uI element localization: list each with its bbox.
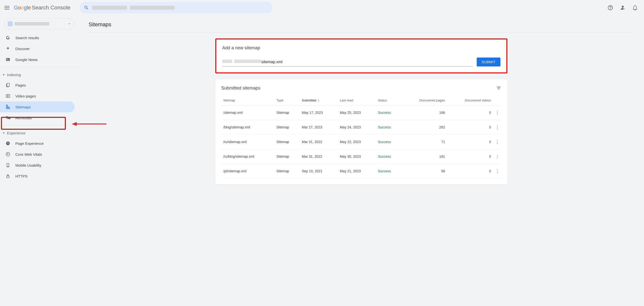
cell-videos: 0	[447, 105, 493, 120]
col-pages[interactable]: Discovered pages	[402, 95, 447, 105]
row-menu-button[interactable]: ⋮	[493, 135, 502, 149]
section-label: Experience	[7, 131, 26, 135]
page-title: Sitemaps	[88, 21, 634, 33]
svg-rect-7	[8, 108, 10, 109]
collapse-icon: ▼	[2, 132, 5, 134]
menu-button[interactable]	[4, 5, 10, 11]
mobile-icon	[6, 163, 10, 168]
sidebar-item-label: Mobile Usability	[15, 163, 41, 167]
sidebar-item-sitemaps[interactable]: Sitemaps	[0, 101, 75, 112]
sidebar-item-google-news[interactable]: Google News	[0, 54, 75, 65]
cell-videos: 0	[447, 164, 493, 179]
cell-sitemap: /ru/blog/sitemap.xml	[221, 149, 274, 164]
notifications-icon[interactable]	[632, 5, 638, 11]
video-icon	[6, 93, 10, 98]
cell-submitted: Mar 31, 2022	[300, 149, 338, 164]
sidebar-section-experience[interactable]: ▼ Experience	[0, 128, 79, 138]
page-experience-icon	[6, 141, 10, 146]
table-row[interactable]: /ru/blog/sitemap.xmlSitemapMar 31, 2022M…	[221, 149, 502, 164]
svg-rect-12	[7, 176, 9, 178]
divider	[0, 67, 79, 67]
cell-status: Success	[376, 149, 402, 164]
divider	[0, 125, 79, 125]
col-last-read[interactable]: Last read	[338, 95, 376, 105]
col-videos[interactable]: Discovered videos	[447, 95, 493, 105]
cell-submitted: May 17, 2023	[300, 105, 338, 120]
sitemap-icon	[6, 104, 10, 109]
table-row[interactable]: /pt/sitemap.xmlSitemapSep 10, 2021May 21…	[221, 164, 502, 179]
sidebar-item-removals[interactable]: Removals	[0, 112, 75, 123]
col-type[interactable]: Type	[274, 95, 300, 105]
sidebar-item-search-results[interactable]: Search results	[0, 32, 75, 43]
header-actions	[607, 5, 640, 11]
redacted-property	[8, 21, 49, 26]
cell-pages: 166	[402, 105, 447, 120]
cell-submitted: Mar 27, 2023	[300, 120, 338, 135]
product-name: Search Console	[32, 5, 70, 11]
cell-status: Success	[376, 164, 402, 179]
discover-icon	[6, 46, 10, 51]
collapse-icon: ▼	[2, 73, 5, 76]
add-sitemap-form: SUBMIT	[222, 58, 500, 66]
cell-status: Success	[376, 135, 402, 149]
sidebar-item-label: HTTPS	[15, 174, 28, 178]
card-title: Add a new sitemap	[222, 45, 500, 51]
news-icon	[6, 57, 10, 62]
svg-rect-1	[7, 59, 8, 60]
card-title: Submitted sitemaps	[221, 86, 260, 91]
search-icon	[84, 5, 89, 10]
cell-last-read: May 21, 2023	[338, 164, 376, 179]
cell-last-read: May 25, 2023	[338, 105, 376, 120]
submit-sitemap-button[interactable]: SUBMIT	[477, 58, 500, 66]
row-menu-button[interactable]: ⋮	[493, 164, 502, 179]
col-submitted[interactable]: Submitted↓	[300, 95, 338, 105]
svg-rect-0	[6, 58, 10, 61]
sitemap-url-input[interactable]	[261, 59, 473, 65]
row-menu-button[interactable]: ⋮	[493, 105, 502, 120]
redacted-search-text	[92, 6, 174, 10]
sidebar: Search results Discover Google News ▼ In…	[0, 15, 79, 196]
cell-status: Success	[376, 120, 402, 135]
cell-last-read: May 24, 2023	[338, 120, 376, 135]
svg-rect-6	[6, 108, 8, 109]
logo: Google Search Console	[14, 5, 70, 11]
sidebar-item-core-web-vitals[interactable]: Core Web Vitals	[0, 149, 75, 160]
section-label: Indexing	[7, 73, 21, 77]
cell-type: Sitemap	[274, 135, 300, 149]
row-menu-button[interactable]: ⋮	[493, 120, 502, 135]
table-row[interactable]: /sitemap.xmlSitemapMay 17, 2023May 25, 2…	[221, 105, 502, 120]
sidebar-item-video-pages[interactable]: Video pages	[0, 90, 75, 101]
cell-sitemap: /ru/sitemap.xml	[221, 135, 274, 149]
property-selector[interactable]	[4, 18, 75, 29]
url-inspection-search[interactable]	[80, 2, 272, 13]
svg-rect-5	[6, 105, 8, 106]
sidebar-item-label: Video pages	[15, 94, 36, 98]
col-status[interactable]: Status	[376, 95, 402, 105]
table-row[interactable]: /ru/sitemap.xmlSitemapMar 31, 2022May 22…	[221, 135, 502, 149]
sidebar-item-label: Discover	[15, 47, 30, 51]
svg-point-11	[8, 166, 8, 167]
help-icon[interactable]	[607, 5, 613, 11]
cell-pages: 262	[402, 120, 447, 135]
table-row[interactable]: /blog/sitemap.xmlSitemapMar 27, 2023May …	[221, 120, 502, 135]
cell-pages: 161	[402, 149, 447, 164]
g-icon	[6, 35, 10, 40]
redacted-url-prefix	[222, 60, 261, 63]
row-menu-button[interactable]: ⋮	[493, 149, 502, 164]
sidebar-item-label: Page Experience	[15, 141, 44, 145]
cell-sitemap: /blog/sitemap.xml	[221, 120, 274, 135]
chevron-down-icon	[68, 22, 71, 26]
sidebar-item-page-experience[interactable]: Page Experience	[0, 138, 75, 149]
filter-icon[interactable]	[496, 85, 502, 91]
sidebar-item-pages[interactable]: Pages	[0, 80, 75, 90]
sidebar-item-mobile-usability[interactable]: Mobile Usability	[0, 160, 75, 171]
cell-type: Sitemap	[274, 149, 300, 164]
removals-icon	[6, 115, 10, 120]
sidebar-item-discover[interactable]: Discover	[0, 43, 75, 54]
sort-desc-icon: ↓	[318, 98, 320, 102]
user-settings-icon[interactable]	[620, 5, 626, 11]
sidebar-section-indexing[interactable]: ▼ Indexing	[0, 70, 79, 80]
sidebar-item-https[interactable]: HTTPS	[0, 171, 75, 182]
col-sitemap[interactable]: Sitemap	[221, 95, 274, 105]
cell-last-read: May 22, 2023	[338, 135, 376, 149]
